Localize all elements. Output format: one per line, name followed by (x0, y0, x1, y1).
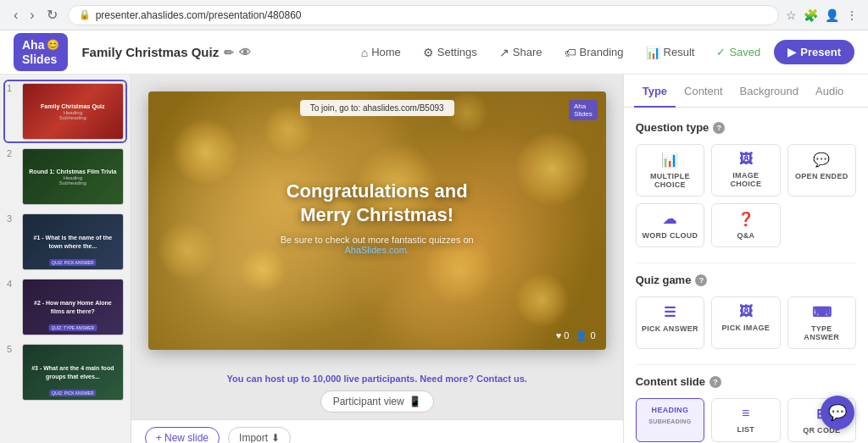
edit-title-icon[interactable]: ✏ (224, 46, 234, 59)
present-label: Present (800, 46, 841, 58)
quiz-game-help-icon[interactable]: ? (695, 274, 707, 286)
settings-button[interactable]: ⚙ Settings (415, 41, 486, 64)
quiz-game-label: Quiz game (636, 274, 692, 286)
contact-link[interactable]: Contact us. (476, 374, 527, 384)
check-icon: ✓ (716, 46, 726, 58)
open-ended-label: OPEN ENDED (795, 172, 849, 180)
footer-text: You can host up to 10,000 live participa… (226, 374, 526, 384)
tab-background[interactable]: Background (732, 75, 807, 108)
menu-icon[interactable]: ⋮ (846, 8, 858, 22)
question-type-help-icon[interactable]: ? (713, 122, 725, 134)
url-bar[interactable]: 🔒 presenter.ahaslides.com/presentation/4… (68, 5, 779, 25)
open-ended-card[interactable]: 💬 OPEN ENDED (787, 144, 856, 197)
saved-button[interactable]: ✓ Saved (708, 41, 769, 64)
saved-label: Saved (729, 46, 760, 58)
word-cloud-card[interactable]: ☁ WORD CLOUD (636, 203, 704, 247)
logo-sub: Slides (22, 53, 59, 67)
slide-brand: AhaSlides (569, 100, 598, 120)
slide-item-5[interactable]: 5 #3 - What are the 4 main food groups t… (5, 342, 125, 402)
quiz-game-section-title: Quiz game ? (636, 274, 856, 286)
chat-icon: 💬 (828, 403, 847, 422)
list-label: LIST (737, 425, 754, 434)
slide-thumbnail-4: #2 - How many Home Alone films are there… (22, 279, 124, 335)
pick-image-card[interactable]: 🖼 PICK IMAGE (711, 296, 780, 349)
header-nav: ⌂ Home ⚙ Settings ↗ Share 🏷 Branding 📊 R… (353, 40, 854, 64)
canvas-area: To join, go to: ahaslides.com/B5093 AhaS… (131, 75, 623, 443)
sub-prefix: Be sure to check out more fantastic quiz… (281, 235, 474, 245)
multiple-choice-card[interactable]: 📊 MULTIPLE CHOICE (636, 144, 704, 197)
slide-4-title: #2 - How many Home Alone films are there… (26, 299, 120, 314)
slide-panel: 1 Family Christmas Quiz Heading Subheadi… (0, 75, 131, 443)
present-button[interactable]: ▶ Present (774, 40, 854, 64)
question-type-grid: 📊 MULTIPLE CHOICE 🖼 IMAGE CHOICE 💬 OPEN … (636, 144, 856, 247)
settings-icon: ⚙ (423, 46, 434, 59)
footer-mid: live participants. Need more? (341, 374, 476, 384)
lock-icon: 🔒 (79, 9, 91, 20)
list-card[interactable]: ≡ LIST (711, 398, 780, 442)
ahaslides-link: AhaSlides.com. (344, 245, 409, 255)
share-icon: ↗ (499, 46, 509, 59)
import-button[interactable]: Import ⬇ (228, 427, 291, 443)
image-choice-icon: 🖼 (739, 152, 753, 167)
refresh-button[interactable]: ↻ (43, 5, 61, 25)
new-slide-label: + New slide (156, 432, 209, 443)
join-text: To join, go to: ahaslides.com/B5093 (310, 103, 444, 113)
play-icon: ▶ (787, 46, 796, 58)
congrats-text: Congratulations and Merry Christmas! (263, 179, 492, 227)
tab-content[interactable]: Content (676, 75, 732, 108)
divider-2 (636, 364, 856, 365)
branding-label: Branding (580, 46, 624, 58)
forward-button[interactable]: › (26, 5, 37, 25)
tab-audio[interactable]: Audio (807, 75, 852, 108)
subheading-label: Subheading (648, 418, 691, 424)
qa-label: Q&A (737, 231, 754, 240)
chat-bubble[interactable]: 💬 (821, 396, 854, 429)
hearts-count: ♥ 0 (556, 330, 570, 341)
slide-join-bar: To join, go to: ahaslides.com/B5093 (300, 100, 454, 116)
slide-item-2[interactable]: 2 Round 1: Christmas Film Trivia Heading… (5, 147, 125, 207)
content-slide-help-icon[interactable]: ? (709, 376, 721, 388)
star-icon[interactable]: ☆ (786, 8, 797, 22)
share-button[interactable]: ↗ Share (491, 41, 551, 64)
result-button[interactable]: 📊 Result (637, 41, 704, 64)
slide-stats: ♥ 0 👤 0 (556, 330, 596, 341)
slide-item-1[interactable]: 1 Family Christmas Quiz Heading Subheadi… (5, 81, 125, 141)
logo[interactable]: Aha 😊 Slides (14, 33, 68, 72)
branding-button[interactable]: 🏷 Branding (556, 41, 632, 64)
slide-thumbnail-3: #1 - What is the name of the town where … (22, 213, 124, 270)
question-type-section-title: Question type ? (636, 121, 856, 134)
slide-number-5: 5 (7, 344, 17, 354)
slide-thumbnail-5: #3 - What are the 4 main food groups tha… (22, 344, 124, 401)
heading-label: Heading (652, 406, 689, 414)
pick-answer-card[interactable]: ☰ PICK ANSWER (636, 296, 704, 349)
participant-limit: 10,000 (313, 374, 342, 384)
browser-navigation[interactable]: ‹ › ↻ (10, 5, 61, 25)
home-label: Home (371, 46, 401, 58)
qa-icon: ❓ (737, 211, 754, 227)
qa-card[interactable]: ❓ Q&A (711, 203, 780, 247)
home-button[interactable]: ⌂ Home (353, 41, 409, 64)
profile-icon[interactable]: 👤 (825, 8, 839, 22)
heading-card[interactable]: Heading Subheading (636, 398, 704, 442)
slide-item-4[interactable]: 4 #2 - How many Home Alone films are the… (5, 277, 125, 337)
result-icon: 📊 (646, 46, 660, 59)
app-header: Aha 😊 Slides Family Christmas Quiz ✏ 👁 ⌂… (0, 30, 868, 75)
share-label: Share (513, 46, 542, 58)
slide-item-3[interactable]: 3 #1 - What is the name of the town wher… (5, 212, 125, 272)
slide-thumbnail-2: Round 1: Christmas Film Trivia Heading S… (22, 148, 124, 205)
image-choice-card[interactable]: 🖼 IMAGE CHOICE (711, 144, 780, 197)
bottom-bar: + New slide Import ⬇ (131, 419, 623, 443)
participant-view-button[interactable]: Participant view 📱 (320, 390, 434, 413)
slide-3-title: #1 - What is the name of the town where … (26, 234, 120, 249)
footer-prefix: You can host up to (226, 374, 312, 384)
presentation-title-text: Family Christmas Quiz (81, 45, 219, 59)
new-slide-button[interactable]: + New slide (145, 427, 220, 443)
slide-2-title: Round 1: Christmas Film Trivia (29, 168, 116, 175)
extension-icon[interactable]: 🧩 (804, 8, 818, 22)
tab-type[interactable]: Type (634, 75, 676, 108)
mobile-icon: 📱 (409, 396, 421, 407)
view-icon[interactable]: 👁 (239, 46, 251, 59)
type-answer-card[interactable]: ⌨ TYPE ANSWER (787, 296, 856, 349)
back-button[interactable]: ‹ (10, 5, 21, 25)
slide-thumbnail-1: Family Christmas Quiz Heading Subheading (22, 83, 124, 140)
